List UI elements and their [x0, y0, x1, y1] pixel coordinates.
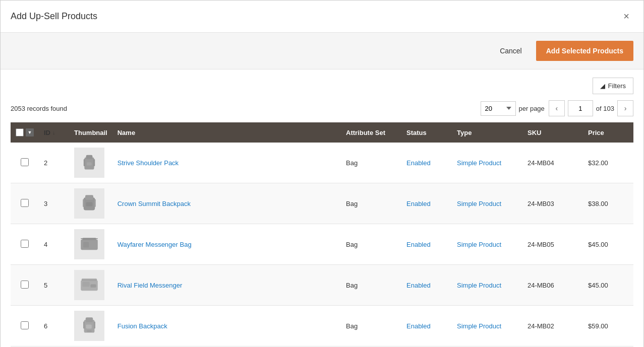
svg-rect-15	[82, 282, 89, 287]
product-status: Enabled	[401, 224, 452, 265]
product-sku: 24-MB02	[522, 306, 583, 346]
row-checkbox[interactable]	[21, 281, 29, 289]
modal-content: ◢ Filters 2053 records found 20 30 50 pe…	[1, 70, 643, 347]
product-type: Simple Product	[452, 224, 522, 265]
cancel-button[interactable]: Cancel	[492, 43, 530, 59]
product-name-link[interactable]: Strive Shoulder Pack	[118, 159, 179, 167]
per-page-label: per page	[519, 105, 545, 112]
product-thumbnail	[69, 224, 112, 265]
product-type-link[interactable]: Simple Product	[457, 282, 501, 289]
thumb-image	[74, 270, 104, 300]
svg-rect-8	[83, 199, 84, 207]
product-status-link[interactable]: Enabled	[406, 322, 431, 330]
header-status[interactable]: Status	[401, 122, 452, 143]
table-row: 2 Strive Shoulder Pack Bag Enabled Simpl…	[11, 143, 633, 183]
row-checkbox-cell	[11, 224, 39, 265]
product-status-link[interactable]: Enabled	[406, 241, 431, 248]
product-name: Strive Shoulder Pack	[112, 143, 341, 183]
header-checkbox-cell: ▼	[11, 122, 39, 143]
product-thumbnail	[69, 143, 112, 183]
add-selected-products-button[interactable]: Add Selected Products	[536, 41, 633, 61]
page-input[interactable]	[568, 100, 593, 116]
product-status-link[interactable]: Enabled	[406, 200, 431, 207]
close-button[interactable]: ×	[619, 9, 633, 24]
header-price[interactable]: Price	[583, 122, 633, 143]
row-checkbox-cell	[11, 143, 39, 183]
product-attribute-set: Bag	[341, 265, 401, 306]
checkbox-dropdown-arrow[interactable]: ▼	[26, 128, 34, 136]
svg-rect-3	[84, 159, 85, 166]
filters-button[interactable]: ◢ Filters	[593, 78, 633, 94]
table-row: 4 Wayfarer Messenger Bag Bag Enabled Sim…	[11, 224, 633, 265]
modal-header: Add Up-Sell Products ×	[1, 1, 643, 33]
svg-rect-12	[82, 238, 96, 240]
svg-rect-11	[83, 242, 89, 247]
product-status: Enabled	[401, 306, 452, 346]
product-type-link[interactable]: Simple Product	[457, 322, 501, 330]
row-checkbox-cell	[11, 265, 39, 306]
modal-toolbar: Cancel Add Selected Products	[1, 33, 643, 70]
product-status: Enabled	[401, 183, 452, 224]
product-type-link[interactable]: Simple Product	[457, 241, 501, 248]
table-row: 3 Crown Summit Backpack Bag Enabled Simp…	[11, 183, 633, 224]
product-id: 6	[39, 306, 69, 346]
row-checkbox[interactable]	[21, 158, 29, 166]
next-page-button[interactable]: ›	[617, 100, 633, 116]
prev-page-button[interactable]: ‹	[549, 100, 565, 116]
row-checkbox[interactable]	[21, 240, 29, 248]
table-header: ▼ ID ↓ Thumbnail Name	[11, 122, 633, 143]
product-name-link[interactable]: Rival Field Messenger	[118, 282, 183, 289]
header-attribute-set[interactable]: Attribute Set	[341, 122, 401, 143]
row-checkbox-cell	[11, 183, 39, 224]
table-body: 2 Strive Shoulder Pack Bag Enabled Simpl…	[11, 143, 633, 346]
product-attribute-set: Bag	[341, 306, 401, 346]
svg-rect-22	[94, 321, 95, 328]
header-id[interactable]: ID ↓	[39, 122, 69, 143]
product-status: Enabled	[401, 265, 452, 306]
id-sort-icon: ↓	[52, 129, 55, 135]
thumb-image	[74, 311, 104, 341]
header-type[interactable]: Type	[452, 122, 522, 143]
product-sku: 24-MB05	[522, 224, 583, 265]
table-row: 6 Fusion Backpack Bag Enabled Simple Pro…	[11, 306, 633, 346]
product-type-link[interactable]: Simple Product	[457, 200, 501, 207]
product-thumbnail	[69, 183, 112, 224]
product-price: $45.00	[583, 265, 633, 306]
thumb-image	[74, 148, 104, 178]
product-type-link[interactable]: Simple Product	[457, 159, 501, 167]
product-price: $45.00	[583, 224, 633, 265]
svg-rect-21	[83, 321, 85, 328]
product-status-link[interactable]: Enabled	[406, 282, 431, 289]
per-page-select: 20 30 50 per page	[481, 101, 545, 116]
table-row: 5 Rival Field Messenger Bag Enabled Simp…	[11, 265, 633, 306]
records-count: 2053 records found	[11, 105, 67, 112]
product-sku: 24-MB04	[522, 143, 583, 183]
product-price: $59.00	[583, 306, 633, 346]
product-status: Enabled	[401, 143, 452, 183]
product-type: Simple Product	[452, 306, 522, 346]
filter-icon: ◢	[600, 82, 605, 90]
product-status-link[interactable]: Enabled	[406, 159, 431, 167]
product-thumbnail	[69, 265, 112, 306]
svg-rect-17	[90, 284, 96, 287]
product-name: Wayfarer Messenger Bag	[112, 224, 341, 265]
svg-rect-19	[86, 317, 93, 322]
product-attribute-set: Bag	[341, 224, 401, 265]
svg-rect-23	[87, 330, 92, 332]
modal-add-upsell: Add Up-Sell Products × Cancel Add Select…	[0, 0, 644, 347]
per-page-dropdown[interactable]: 20 30 50	[481, 101, 516, 116]
row-checkbox[interactable]	[21, 321, 29, 329]
product-name-link[interactable]: Crown Summit Backpack	[118, 200, 191, 207]
svg-rect-2	[87, 162, 92, 165]
svg-rect-9	[94, 199, 96, 207]
product-attribute-set: Bag	[341, 143, 401, 183]
header-sku[interactable]: SKU	[522, 122, 583, 143]
select-all-checkbox[interactable]	[16, 128, 24, 136]
header-name[interactable]: Name	[112, 122, 341, 143]
row-checkbox[interactable]	[21, 199, 29, 207]
product-name-link[interactable]: Wayfarer Messenger Bag	[118, 241, 192, 248]
product-name-link[interactable]: Fusion Backpack	[118, 322, 167, 330]
pagination: 20 30 50 per page ‹ of 103 ›	[481, 100, 634, 116]
products-table: ▼ ID ↓ Thumbnail Name	[11, 122, 633, 346]
svg-rect-7	[86, 202, 93, 206]
